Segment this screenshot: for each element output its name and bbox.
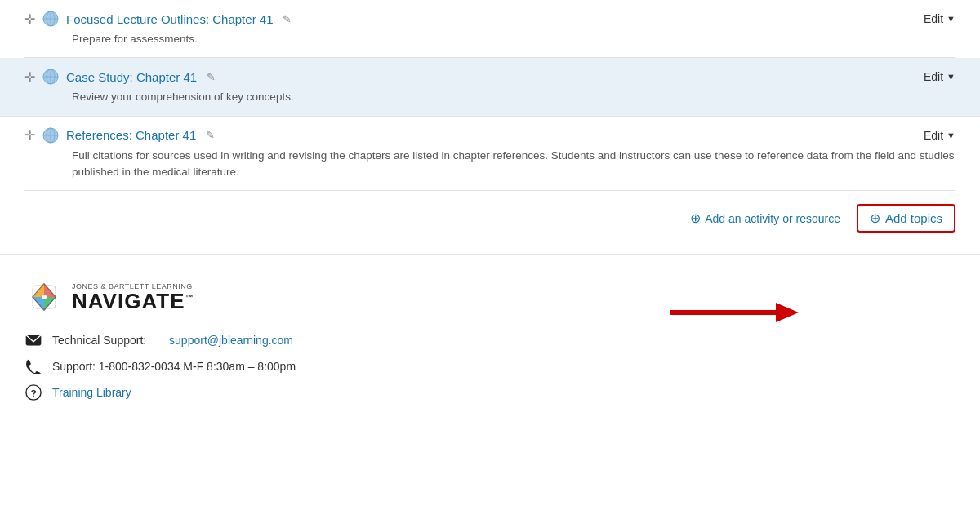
item-icon (42, 10, 60, 28)
svg-marker-13 (776, 303, 799, 322)
footer: JONES & BARTLETT LEARNING NAVIGATE™ Tech… (0, 254, 980, 418)
pencil-icon[interactable]: ✎ (206, 129, 215, 141)
caret-down-icon: ▼ (947, 131, 956, 140)
item-description-focused-lecture: Prepare for assessments. (72, 31, 956, 47)
item-icon (42, 126, 60, 144)
caret-down-icon: ▼ (947, 14, 956, 24)
course-item-focused-lecture: ✛ Focused Lecture Outlines: Chapter 41 ✎… (24, 0, 956, 58)
edit-button-case-study[interactable]: Edit ▼ (924, 70, 956, 83)
course-item-references: ✛ References: Chapter 41 ✎ Edit ▼ Full c… (24, 117, 956, 192)
item-title-focused-lecture[interactable]: Focused Lecture Outlines: Chapter 41 (66, 12, 273, 26)
navigate-logo: JONES & BARTLETT LEARNING NAVIGATE™ (24, 277, 956, 317)
phone-row: Support: 1-800-832-0034 M-F 8:30am – 8:0… (24, 357, 956, 375)
training-library-row: ? Training Library (24, 383, 956, 401)
phone-label: Support: 1-800-832-0034 M-F 8:30am – 8:0… (52, 360, 296, 373)
drag-handle-icon[interactable]: ✛ (24, 11, 35, 27)
training-library-link[interactable]: Training Library (52, 386, 131, 399)
navigate-title: NAVIGATE™ (72, 290, 194, 312)
item-icon (42, 68, 60, 86)
plus-circle-icon: ⊕ (690, 210, 701, 226)
svg-point-20 (42, 295, 47, 299)
drag-handle-icon[interactable]: ✛ (24, 127, 35, 143)
actions-row: ⊕ Add an activity or resource ⊕ Add topi… (0, 191, 980, 246)
add-activity-link[interactable]: ⊕ Add an activity or resource (690, 210, 840, 226)
item-title-references[interactable]: References: Chapter 41 (66, 128, 196, 142)
support-label: Technical Support: (52, 334, 146, 347)
navigate-logo-icon (24, 277, 64, 317)
annotation-arrow (670, 298, 800, 327)
add-topics-button[interactable]: ⊕ Add topics (857, 204, 956, 233)
caret-down-icon: ▼ (947, 72, 956, 82)
plus-circle-icon: ⊕ (870, 210, 880, 226)
svg-text:?: ? (30, 388, 36, 399)
item-title-case-study[interactable]: Case Study: Chapter 41 (66, 70, 197, 84)
question-circle-icon: ? (24, 383, 42, 401)
drag-handle-icon[interactable]: ✛ (24, 69, 35, 85)
phone-icon (24, 357, 42, 375)
support-email-link[interactable]: support@jblearning.com (169, 334, 293, 347)
course-item-case-study: ✛ Case Study: Chapter 41 ✎ Edit ▼ Review… (0, 58, 980, 116)
support-email-row: Technical Support: support@jblearning.co… (24, 331, 956, 349)
edit-button-references[interactable]: Edit ▼ (924, 129, 956, 142)
item-description-case-study: Review your comprehension of key concept… (72, 89, 956, 105)
item-description-references: Full citations for sources used in writi… (72, 148, 956, 181)
pencil-icon[interactable]: ✎ (283, 13, 292, 25)
edit-button-focused-lecture[interactable]: Edit ▼ (924, 12, 956, 25)
email-icon (24, 331, 42, 349)
footer-links: Technical Support: support@jblearning.co… (24, 331, 956, 401)
pencil-icon[interactable]: ✎ (207, 71, 216, 83)
